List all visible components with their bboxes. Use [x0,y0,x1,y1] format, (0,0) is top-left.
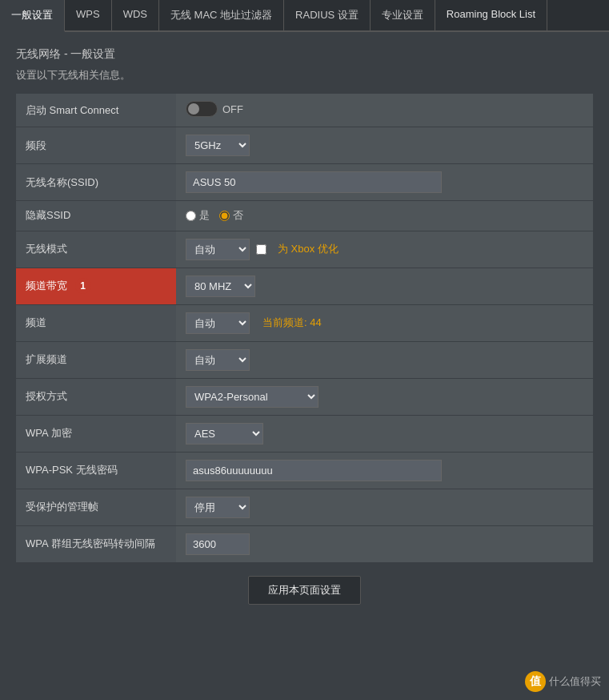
cell-group-key [176,525,593,562]
ssid-input[interactable] [186,171,442,193]
row-ssid: 无线名称(SSID) [16,164,593,201]
label-wpa-psk: WPA-PSK 无线密码 [16,452,176,489]
hide-ssid-no-text: 否 [233,208,243,223]
page-title: 无线网络 - 一般设置 [16,45,593,62]
row-wpa-psk: WPA-PSK 无线密码 [16,452,593,489]
hide-ssid-yes-text: 是 [199,208,210,223]
wpa-psk-input[interactable] [186,460,442,481]
watermark-icon: 值 [525,671,546,692]
channel-select[interactable]: 自动 [186,312,250,334]
cell-ssid [176,164,593,201]
cell-pmf: 停用 可选 必须 [176,489,593,525]
row-wpa-encrypt: WPA 加密 AES TKIP TKIP+AES [16,415,593,452]
hide-ssid-yes-label[interactable]: 是 [186,208,210,223]
label-auth: 授权方式 [16,378,176,415]
apply-button[interactable]: 应用本页面设置 [248,576,361,605]
bandwidth-select[interactable]: 20 MHz 40 MHz 80 MHZ 160 MHz [186,276,255,297]
page-content: 无线网络 - 一般设置 设置以下无线相关信息。 启动 Smart Connect… [0,32,609,634]
xbox-label: 为 Xbox 优化 [278,242,339,256]
label-hide-ssid: 隐藏SSID [16,201,176,231]
channel-row: 自动 当前频道: 44 [186,312,322,334]
tab-radius[interactable]: RADIUS 设置 [284,0,371,30]
xbox-checkbox-group: 为 Xbox 优化 [256,242,339,256]
smart-connect-label: OFF [222,103,243,115]
page-description: 设置以下无线相关信息。 [16,68,593,82]
row-wireless-mode: 无线模式 自动 为 Xbox 优化 [16,231,593,268]
auth-select[interactable]: WPA2-Personal WPA3-Personal WPA2/WPA3-Pe… [186,386,319,408]
wpa-encrypt-select[interactable]: AES TKIP TKIP+AES [186,423,263,445]
cell-wpa-encrypt: AES TKIP TKIP+AES [176,415,593,452]
hide-ssid-no-radio[interactable] [219,211,230,221]
settings-table: 启动 Smart Connect OFF 频段 5GHz 2.4GHz 无线名称… [16,94,593,563]
group-key-input[interactable] [186,533,250,555]
cell-band: 5GHz 2.4GHz [176,127,593,164]
ext-channel-select[interactable]: 自动 [186,349,250,371]
wireless-mode-row: 自动 为 Xbox 优化 [186,239,339,260]
watermark: 值 什么值得买 [525,671,601,692]
row-ext-channel: 扩展频道 自动 [16,341,593,378]
bandwidth-badge: 1 [75,278,91,294]
tab-wps[interactable]: WPS [65,0,112,30]
label-ext-channel: 扩展频道 [16,341,176,378]
label-wpa-encrypt: WPA 加密 [16,415,176,452]
cell-auth: WPA2-Personal WPA3-Personal WPA2/WPA3-Pe… [176,378,593,415]
label-pmf: 受保护的管理帧 [16,489,176,525]
row-channel: 频道 自动 当前频道: 44 [16,304,593,341]
row-pmf: 受保护的管理帧 停用 可选 必须 [16,489,593,525]
label-group-key: WPA 群组无线密码转动间隔 [16,525,176,562]
cell-ext-channel: 自动 [176,341,593,378]
smart-connect-toggle[interactable] [186,101,218,117]
row-auth: 授权方式 WPA2-Personal WPA3-Personal WPA2/WP… [16,378,593,415]
label-bandwidth: 频道带宽 1 [16,268,176,304]
current-channel-text: 当前频道: 44 [262,316,322,330]
cell-wpa-psk [176,452,593,489]
tab-bar: 一般设置 WPS WDS 无线 MAC 地址过滤器 RADIUS 设置 专业设置… [0,0,609,32]
row-group-key: WPA 群组无线密码转动间隔 [16,525,593,562]
label-ssid: 无线名称(SSID) [16,164,176,201]
tab-mac-filter[interactable]: 无线 MAC 地址过滤器 [159,0,284,30]
hide-ssid-no-label[interactable]: 否 [219,208,243,223]
row-band: 频段 5GHz 2.4GHz [16,127,593,164]
watermark-text: 什么值得买 [549,674,601,689]
cell-hide-ssid: 是 否 [176,201,593,231]
row-bandwidth: 频道带宽 1 20 MHz 40 MHz 80 MHZ 160 MHz [16,268,593,304]
row-hide-ssid: 隐藏SSID 是 否 [16,201,593,231]
pmf-select[interactable]: 停用 可选 必须 [186,497,250,518]
tab-roaming[interactable]: Roaming Block List [435,0,547,30]
tab-general[interactable]: 一般设置 [0,0,65,32]
hide-ssid-yes-radio[interactable] [186,211,196,221]
wireless-mode-select[interactable]: 自动 [186,239,250,260]
tab-wds[interactable]: WDS [112,0,159,30]
cell-smart-connect: OFF [176,94,593,127]
hide-ssid-radio-group: 是 否 [186,208,243,223]
apply-button-row: 应用本页面设置 [16,576,593,605]
tab-pro[interactable]: 专业设置 [371,0,435,30]
smart-connect-toggle-container: OFF [186,101,243,117]
cell-channel: 自动 当前频道: 44 [176,304,593,341]
label-channel: 频道 [16,304,176,341]
row-smart-connect: 启动 Smart Connect OFF [16,94,593,127]
xbox-checkbox[interactable] [256,244,266,255]
cell-bandwidth: 20 MHz 40 MHz 80 MHZ 160 MHz [176,268,593,304]
band-select[interactable]: 5GHz 2.4GHz [186,135,250,156]
label-band: 频段 [16,127,176,164]
cell-wireless-mode: 自动 为 Xbox 优化 [176,231,593,268]
label-wireless-mode: 无线模式 [16,231,176,268]
label-smart-connect: 启动 Smart Connect [16,94,176,127]
